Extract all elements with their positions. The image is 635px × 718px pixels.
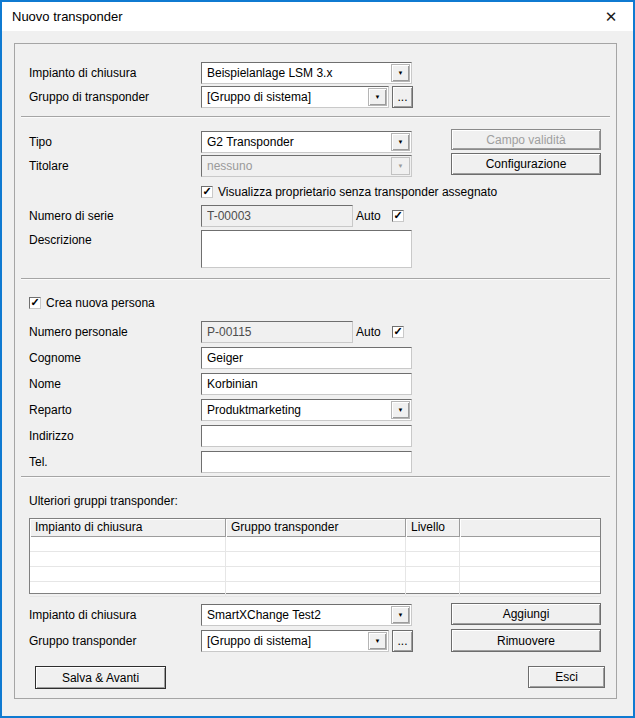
gruppo-transponder-2-label: Gruppo transponder — [29, 630, 136, 652]
chevron-down-icon[interactable]: ▼ — [391, 401, 410, 419]
check-icon: ✓ — [202, 186, 211, 197]
crea-nuova-persona-checkbox[interactable]: ✓ — [29, 297, 41, 309]
new-transponder-dialog: Nuovo transponder ✕ Impianto di chiusura… — [0, 0, 635, 718]
gruppo-transponder-2-value: [Gruppo di sistema] — [202, 631, 367, 651]
table-row — [30, 552, 600, 567]
chevron-down-icon[interactable]: ▼ — [368, 632, 387, 650]
cognome-label: Cognome — [29, 347, 81, 369]
esci-button[interactable]: Esci — [528, 666, 605, 688]
table-row — [30, 537, 600, 552]
visualizza-proprietario-checkbox[interactable]: ✓ — [201, 186, 213, 198]
auto-personale-label: Auto — [356, 321, 381, 343]
nome-field[interactable] — [201, 373, 412, 395]
table-header-impianto[interactable]: Impianto di chiusura — [30, 519, 226, 537]
table-header-row: Impianto di chiusura Gruppo transponder … — [30, 519, 600, 537]
cognome-field[interactable] — [201, 347, 412, 369]
tel-label: Tel. — [29, 451, 48, 473]
chevron-down-icon[interactable]: ▼ — [391, 606, 410, 624]
tipo-select[interactable]: G2 Transponder ▼ — [201, 131, 412, 153]
gruppo-transponder-2-select[interactable]: [Gruppo di sistema] ▼ — [201, 630, 389, 652]
section-separator — [21, 476, 610, 478]
indirizzo-label: Indirizzo — [29, 425, 74, 447]
indirizzo-field[interactable] — [201, 425, 412, 447]
tel-field[interactable] — [201, 451, 412, 473]
visualizza-proprietario-label: Visualizza proprietario senza transponde… — [218, 184, 497, 200]
titolare-label: Titolare — [29, 155, 69, 177]
chevron-down-icon[interactable]: ▼ — [391, 64, 410, 82]
impianto-chiusura-2-select[interactable]: SmartXChange Test2 ▼ — [201, 604, 412, 626]
gruppi-transponder-table[interactable]: Impianto di chiusura Gruppo transponder … — [29, 518, 601, 594]
descrizione-label: Descrizione — [29, 229, 92, 251]
table-body[interactable] — [30, 537, 600, 597]
numero-personale-field — [201, 321, 353, 343]
crea-nuova-persona-label: Crea nuova persona — [46, 295, 155, 311]
reparto-label: Reparto — [29, 399, 72, 421]
ulteriori-gruppi-label: Ulteriori gruppi transponder: — [29, 493, 178, 509]
titolare-value: nessuno — [202, 156, 390, 176]
reparto-select[interactable]: Produktmarketing ▼ — [201, 399, 412, 421]
descrizione-textarea[interactable] — [201, 230, 412, 268]
tipo-value: G2 Transponder — [202, 132, 390, 152]
chevron-down-icon: ▼ — [391, 157, 410, 175]
gruppo-transponder-browse-button[interactable]: ... — [392, 86, 413, 108]
chevron-down-icon[interactable]: ▼ — [391, 133, 410, 151]
impianto-chiusura-2-value: SmartXChange Test2 — [202, 605, 390, 625]
table-header-empty[interactable] — [460, 519, 600, 537]
table-header-gruppo[interactable]: Gruppo transponder — [226, 519, 406, 537]
tipo-label: Tipo — [29, 131, 52, 153]
table-header-livello[interactable]: Livello — [406, 519, 460, 537]
table-row — [30, 582, 600, 597]
section-separator — [21, 116, 610, 118]
table-row — [30, 567, 600, 582]
numero-serie-label: Numero di serie — [29, 205, 114, 227]
check-icon: ✓ — [30, 297, 39, 308]
auto-personale-checkbox[interactable]: ✓ — [392, 326, 404, 338]
numero-serie-field — [201, 205, 353, 227]
configurazione-button[interactable]: Configurazione — [451, 153, 601, 175]
nome-label: Nome — [29, 373, 61, 395]
auto-serie-label: Auto — [356, 205, 381, 227]
auto-serie-checkbox[interactable]: ✓ — [392, 210, 404, 222]
numero-personale-label: Numero personale — [29, 321, 128, 343]
rimuovere-button[interactable]: Rimuovere — [451, 629, 601, 652]
check-icon: ✓ — [393, 326, 402, 337]
gruppo-transponder-2-browse-button[interactable]: ... — [392, 630, 413, 652]
dialog-title: Nuovo transponder — [12, 2, 123, 31]
titolare-select: nessuno ▼ — [201, 155, 412, 177]
aggiungi-button[interactable]: Aggiungi — [451, 603, 601, 625]
check-icon: ✓ — [393, 210, 402, 221]
chevron-down-icon[interactable]: ▼ — [368, 88, 387, 106]
impianto-chiusura-select[interactable]: Beispielanlage LSM 3.x ▼ — [201, 62, 412, 84]
impianto-chiusura-2-label: Impianto di chiusura — [29, 604, 136, 626]
impianto-chiusura-value: Beispielanlage LSM 3.x — [202, 63, 390, 83]
campo-validita-button: Campo validità — [451, 129, 601, 150]
close-icon[interactable]: ✕ — [598, 5, 624, 29]
impianto-chiusura-label: Impianto di chiusura — [29, 62, 136, 84]
dialog-body-groupbox: Impianto di chiusura Beispielanlage LSM … — [14, 43, 617, 699]
gruppo-transponder-label: Gruppo di transponder — [29, 86, 149, 108]
gruppo-transponder-select[interactable]: [Gruppo di sistema] ▼ — [201, 86, 389, 108]
section-separator — [21, 278, 610, 280]
gruppo-transponder-value: [Gruppo di sistema] — [202, 87, 367, 107]
salva-avanti-button[interactable]: Salva & Avanti — [35, 666, 166, 689]
reparto-value: Produktmarketing — [202, 400, 390, 420]
title-bar[interactable]: Nuovo transponder ✕ — [2, 2, 633, 31]
